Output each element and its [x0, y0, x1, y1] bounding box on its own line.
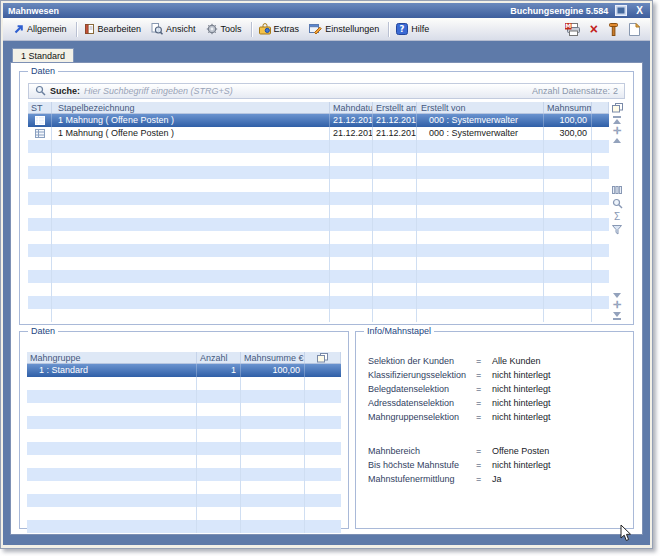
table-row[interactable]: 1 Mahnung ( Offene Posten )21.12.201621.…	[28, 114, 609, 127]
menu-item-hilfe[interactable]: ?Hilfe	[392, 21, 435, 37]
copy-icon[interactable]	[305, 352, 341, 363]
empty-row[interactable]	[27, 507, 341, 520]
cell-stapelbezeichnung: 1 Mahnung ( Offene Posten )	[52, 127, 330, 140]
cell-mahndatum: 21.12.2016	[330, 127, 373, 140]
search-grid-icon[interactable]	[612, 198, 623, 209]
empty-row[interactable]	[28, 296, 609, 309]
empty-row[interactable]	[27, 429, 341, 442]
tab-standard[interactable]: 1 Standard	[12, 48, 74, 62]
empty-row[interactable]	[28, 179, 609, 192]
search-bar[interactable]: Suche: Hier Suchbegriff eingeben (STRG+S…	[28, 83, 625, 99]
row-up-icon[interactable]	[613, 138, 621, 143]
empty-row[interactable]	[27, 468, 341, 481]
delete-x-icon[interactable]: ×	[590, 24, 598, 34]
table-header[interactable]: ST Stapelbezeichnung Mahndatum Erstellt …	[28, 102, 609, 114]
col-erstellt-von[interactable]: Erstellt von	[417, 102, 544, 113]
menu-item-ansicht[interactable]: Ansicht	[147, 21, 202, 37]
cell-spacer	[592, 114, 609, 127]
cell-empty	[241, 416, 305, 429]
col-mahnsumme[interactable]: Mahnsumme €	[544, 102, 592, 113]
empty-row[interactable]	[27, 390, 341, 403]
cell-empty	[305, 455, 341, 468]
menu-item-bearbeiten[interactable]: Bearbeiten	[80, 21, 148, 37]
table-header[interactable]: Mahngruppe Anzahl Mahnsumme €	[27, 352, 341, 364]
col-mahnsumme[interactable]: Mahnsumme €	[241, 352, 305, 363]
cell-empty	[27, 377, 197, 390]
empty-row[interactable]	[28, 205, 609, 218]
empty-row[interactable]	[27, 455, 341, 468]
cell-empty	[544, 192, 592, 205]
table-row[interactable]: 1 : Standard1100,00	[27, 364, 341, 377]
empty-row[interactable]	[28, 192, 609, 205]
empty-row[interactable]	[27, 520, 341, 533]
print-icon[interactable]: M	[565, 23, 580, 36]
cell-empty	[197, 377, 241, 390]
hammer-icon[interactable]	[608, 23, 619, 36]
menu-item-label: Tools	[221, 24, 242, 34]
empty-row[interactable]	[28, 166, 609, 179]
empty-row[interactable]	[28, 140, 609, 153]
scroll-first-icon[interactable]	[613, 116, 621, 124]
cell-empty	[27, 520, 197, 533]
empty-row[interactable]	[28, 270, 609, 283]
cell-erstellt-am: 21.12.2016	[373, 114, 417, 127]
col-mahndatum[interactable]: Mahndatum	[330, 102, 373, 113]
search-input[interactable]: Hier Suchbegriff eingeben (STRG+S)	[84, 86, 233, 96]
empty-row[interactable]	[27, 416, 341, 429]
info-separator: =	[476, 382, 492, 396]
info-mahnstapel-group: Info/Mahnstapel Selektion der Kunden=All…	[355, 331, 634, 529]
scroll-down-icon[interactable]: ✛	[613, 301, 621, 309]
menubar-divider	[388, 22, 389, 37]
copy-icon[interactable]	[612, 103, 623, 113]
empty-row[interactable]	[28, 244, 609, 257]
row-down-icon[interactable]	[613, 293, 621, 298]
empty-row[interactable]	[28, 218, 609, 231]
info-separator: =	[476, 368, 492, 382]
empty-row[interactable]	[27, 494, 341, 507]
new-page-icon[interactable]	[629, 23, 640, 36]
empty-row[interactable]	[28, 231, 609, 244]
cell-empty	[197, 390, 241, 403]
empty-row[interactable]	[28, 283, 609, 296]
cell-spacer	[305, 364, 341, 377]
empty-row[interactable]	[27, 403, 341, 416]
empty-row[interactable]	[27, 377, 341, 390]
cell-empty	[305, 468, 341, 481]
cell-empty	[373, 140, 417, 153]
scroll-last-icon[interactable]	[613, 312, 621, 320]
col-erstellt-am[interactable]: Erstellt am	[373, 102, 417, 113]
col-anzahl[interactable]: Anzahl	[197, 352, 241, 363]
empty-row[interactable]	[28, 309, 609, 322]
empty-row[interactable]	[28, 257, 609, 270]
table-row[interactable]: 1 Mahnung ( Offene Posten )21.12.201621.…	[28, 127, 609, 140]
info-value: nicht hinterlegt	[492, 368, 551, 382]
col-stapelbezeichnung[interactable]: Stapelbezeichnung	[52, 102, 330, 113]
cell-empty	[27, 416, 197, 429]
close-button[interactable]: X	[634, 5, 645, 16]
scroll-up-icon[interactable]: ✛	[613, 127, 621, 135]
app-window: Mahnwesen Buchungsengine 5.584 X Allgeme…	[0, 0, 653, 549]
window-form-icon[interactable]	[615, 5, 627, 16]
menu-item-tools[interactable]: Tools	[202, 21, 248, 37]
cell-empty	[592, 192, 609, 205]
empty-row[interactable]	[27, 481, 341, 494]
menu-item-allgemein[interactable]: Allgemein	[9, 22, 73, 37]
sum-icon[interactable]: Σ	[614, 212, 620, 222]
cell-empty	[52, 283, 330, 296]
empty-row[interactable]	[28, 153, 609, 166]
cell-empty	[197, 507, 241, 520]
menu-item-extras[interactable]: Extras	[255, 21, 306, 37]
cell-empty	[592, 166, 609, 179]
cell-empty	[373, 244, 417, 257]
col-st[interactable]: ST	[28, 102, 52, 113]
columns-icon[interactable]	[612, 185, 622, 195]
col-mahngruppe[interactable]: Mahngruppe	[27, 352, 197, 363]
menu-item-einstellungen[interactable]: Einstellungen	[305, 21, 385, 37]
cell-empty	[27, 403, 197, 416]
info-line-mahngruppenselektion: Mahngruppenselektion=nicht hinterlegt	[368, 410, 621, 424]
cell-empty	[305, 494, 341, 507]
cell-empty	[197, 442, 241, 455]
empty-row[interactable]	[27, 442, 341, 455]
filter-icon[interactable]	[612, 225, 622, 235]
cell-empty	[373, 257, 417, 270]
